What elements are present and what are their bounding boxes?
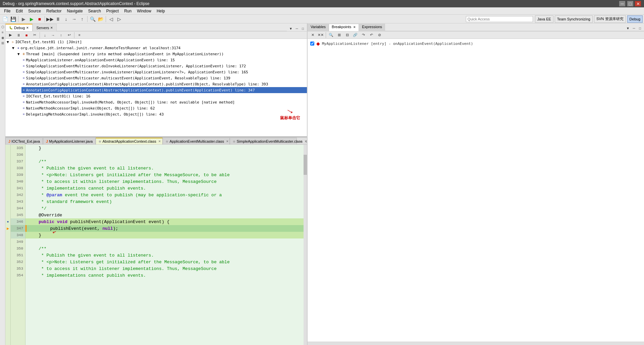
stack-row-11[interactable]: ≡ NativeMethodAccessorImpl.invoke(Object… [21, 105, 307, 111]
right-panel-hscroll[interactable] [308, 342, 644, 345]
perspective-javaee[interactable]: Java EE [535, 15, 553, 23]
stack-row-12[interactable]: ≡ DelegatingMethodAccessorImpl.invoke(Ob… [21, 111, 307, 117]
stack-row-9[interactable]: ≡ IOCTest_Ext.test01() line: 16 [21, 93, 307, 99]
code-editor[interactable]: ● ▶ 335 336 337 [5, 145, 307, 345]
perspective-team-sync[interactable]: Team Synchronizing [555, 15, 593, 23]
stop-button[interactable]: ■ [36, 15, 43, 23]
stack-row-2[interactable]: ▼ ≣ Thread [main] (Suspended (entry into… [16, 51, 307, 57]
panel-menu-button[interactable]: ▼ [288, 26, 293, 31]
breakpoints-tab-close[interactable]: ✕ [353, 25, 356, 29]
stack-row-1[interactable]: ▼ ◈ org.eclipse.jdt.internal.junit.runne… [11, 45, 307, 51]
menu-edit[interactable]: Edit [13, 8, 25, 14]
new-button[interactable]: 📄 [1, 15, 9, 23]
ln-351: 351 [11, 252, 25, 259]
open-type-button[interactable]: 🔍 [89, 15, 96, 23]
bp-prev-annotation-btn[interactable]: ↶ [368, 31, 375, 39]
dt-resume[interactable]: ▶ [7, 31, 14, 39]
rp-max-btn[interactable]: □ [637, 25, 643, 31]
panel-min-button[interactable]: ─ [294, 26, 300, 31]
dt-step-return[interactable]: ↑ [57, 31, 65, 39]
editor-tab-abstract[interactable]: ◉ AbstractApplicationContext.class ✕ [96, 138, 163, 144]
menu-project[interactable]: Project [104, 8, 121, 14]
debug-tab-debug[interactable]: 🐛 Debug ✕ [5, 24, 33, 31]
editor-tab-simpleeventmulticaster[interactable]: ◉ SimpleApplicationEventMulticaster.clas… [230, 138, 297, 144]
stack-row-0[interactable]: ▼ ▷ IOCTest_Ext.test01 (1) [JUnit] [5, 39, 307, 45]
code-content[interactable]: } /** * Publish the given event to all l… [25, 145, 304, 345]
run-button[interactable]: ▶ [28, 15, 35, 23]
breakpoint-item-0[interactable]: ◆ MyApplicationListener [entry] - onAppl… [309, 40, 643, 47]
menu-file[interactable]: File [1, 8, 13, 14]
editor-scrollbar[interactable] [304, 145, 307, 345]
editor-min-button[interactable]: ─ [298, 139, 304, 144]
sidebar-icon-4[interactable]: ⊞ [0, 41, 5, 45]
bp-remove-btn[interactable]: ✕ [309, 31, 316, 39]
servers-tab-close[interactable]: ✕ [50, 26, 53, 29]
dt-step-into[interactable]: ↓ [41, 31, 49, 39]
back-button[interactable]: ◁ [107, 15, 115, 23]
editor-max-button[interactable]: □ [304, 139, 307, 144]
ln-350: 350 [11, 245, 25, 252]
dt-step-over[interactable]: → [49, 31, 57, 39]
active-tab-close[interactable]: ✕ [158, 140, 161, 143]
sidebar-icon-3[interactable]: ◉ [0, 35, 5, 40]
stack-row-3[interactable]: ≡ MyApplicationListener.onApplicationEve… [21, 57, 307, 63]
perspective-svn[interactable]: SVN 资源库研究 [594, 15, 626, 23]
quick-access-input[interactable] [466, 16, 533, 22]
dt-use-step-filter[interactable]: ≡ [76, 31, 83, 39]
stack-row-10[interactable]: ≡ NativeMethodAccessorImpl.invoke0(Metho… [21, 99, 307, 105]
editor-tab-mylistener[interactable]: J MyApplicationListener.java [43, 138, 96, 144]
sidebar-icon-2[interactable]: ≡ [0, 30, 5, 34]
scrollbar-thumb[interactable] [304, 155, 307, 175]
bp-skip-all-btn[interactable]: ⊘ [376, 31, 383, 39]
perspective-debug[interactable]: Debug [627, 15, 643, 23]
step-return-button[interactable]: ↑ [78, 15, 86, 23]
rp-min-btn[interactable]: ─ [631, 25, 637, 31]
dt-drop-frame[interactable]: ↩ [65, 31, 73, 39]
stack-row-6[interactable]: ≡ SimpleApplicationEventMulticaster.mult… [21, 75, 307, 81]
panel-max-button[interactable]: □ [300, 26, 306, 31]
menu-window[interactable]: Window [134, 8, 154, 14]
open-resource-button[interactable]: 📂 [97, 15, 104, 23]
bp-remove-all-btn[interactable]: ✕✕ [317, 31, 324, 39]
bp-link-btn[interactable]: 🔗 [352, 31, 359, 39]
menu-help[interactable]: Help [154, 8, 168, 14]
forward-button[interactable]: ▷ [115, 15, 123, 23]
suspend-button[interactable]: ⏸ [54, 15, 62, 23]
menu-refactor[interactable]: Refactor [44, 8, 64, 14]
debug-tab-servers[interactable]: Servers ✕ [33, 24, 57, 31]
bp-expand-btn[interactable]: ⊞ [335, 31, 343, 39]
bp-show-supported-btn[interactable]: 🔍 [327, 31, 335, 39]
bp-checkbox-0[interactable] [310, 42, 314, 46]
menu-navigate[interactable]: Navigate [64, 8, 85, 14]
stack-row-4[interactable]: ≡ SimpleApplicationEventMulticaster.doIn… [21, 63, 307, 69]
debug-tab-close[interactable]: ✕ [26, 26, 29, 29]
menu-run[interactable]: Run [121, 8, 134, 14]
minimize-button[interactable]: ─ [619, 1, 625, 6]
rp-menu-btn[interactable]: ▼ [625, 25, 631, 31]
right-tab-breakpoints[interactable]: Breakpoints ✕ [329, 24, 359, 31]
editor-tab-eventmulticaster[interactable]: ◉ ApplicationEventMulticaster.class ✕ [163, 138, 230, 144]
menu-search[interactable]: Search [86, 8, 104, 14]
stack-trace-panel[interactable]: ▼ ▷ IOCTest_Ext.test01 (1) [JUnit] ▼ ◈ o… [5, 39, 307, 137]
bp-collapse-btn[interactable]: ⊟ [343, 31, 351, 39]
dt-disconnect[interactable]: ✂ [31, 31, 38, 39]
bp-next-annotation-btn[interactable]: ↷ [360, 31, 367, 39]
editor-tab-ioctest[interactable]: J IOCTest_Ext.java [5, 138, 43, 144]
stack-row-8[interactable]: ≡ AnnotationConfigApplicationContext(Abs… [21, 87, 307, 93]
debug-button[interactable]: ▶ [20, 15, 27, 23]
tab3-close[interactable]: ✕ [226, 140, 229, 143]
step-over-button[interactable]: → [70, 15, 78, 23]
right-tab-expressions[interactable]: Expressions [359, 24, 385, 31]
dt-suspend[interactable]: ⏸ [15, 31, 22, 39]
save-button[interactable]: 💾 [9, 15, 17, 23]
dt-stop[interactable]: ■ [23, 31, 30, 39]
menu-source[interactable]: Source [25, 8, 44, 14]
sidebar-icon-1[interactable]: ⬡ [0, 24, 5, 29]
step-into-button[interactable]: ↓ [62, 15, 70, 23]
resume-button[interactable]: ▶▶ [46, 15, 54, 23]
maximize-button[interactable]: □ [627, 1, 633, 6]
stack-row-5[interactable]: ≡ SimpleApplicationEventMulticaster.invo… [21, 69, 307, 75]
stack-row-7[interactable]: ≡ AnnotationConfigApplicationContext(Abs… [21, 81, 307, 87]
close-button[interactable]: ✕ [635, 1, 641, 6]
right-tab-variables[interactable]: Variables [308, 24, 329, 31]
